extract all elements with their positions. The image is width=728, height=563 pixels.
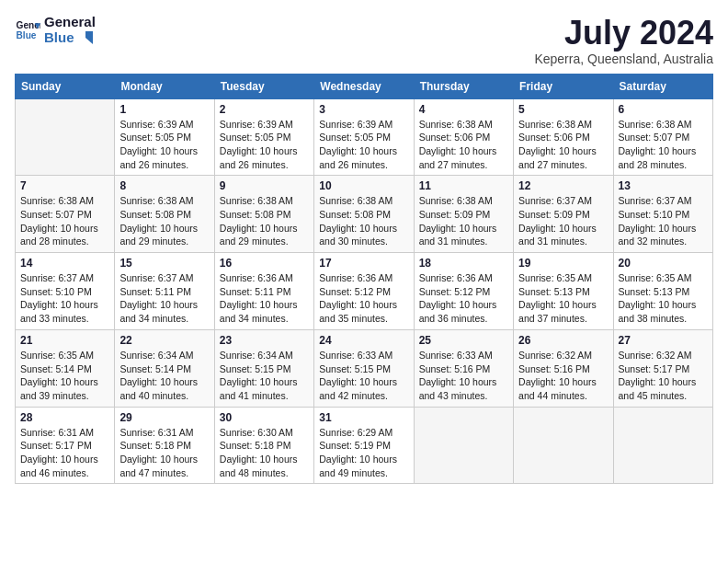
calendar-cell: 21Sunrise: 6:35 AM Sunset: 5:14 PM Dayli… <box>16 329 115 407</box>
day-number: 29 <box>119 411 209 424</box>
page-header: General Blue General Blue July 2024 Kepe… <box>15 15 713 66</box>
calendar-cell: 8Sunrise: 6:38 AM Sunset: 5:08 PM Daylig… <box>115 176 214 253</box>
day-info: Sunrise: 6:36 AM Sunset: 5:11 PM Dayligh… <box>220 271 309 326</box>
day-number: 18 <box>419 257 508 270</box>
day-info: Sunrise: 6:30 AM Sunset: 5:18 PM Dayligh… <box>220 426 309 480</box>
day-info: Sunrise: 6:35 AM Sunset: 5:14 PM Dayligh… <box>20 349 109 403</box>
day-number: 1 <box>119 103 209 116</box>
day-info: Sunrise: 6:39 AM Sunset: 5:05 PM Dayligh… <box>220 118 309 172</box>
week-row-5: 28Sunrise: 6:31 AM Sunset: 5:17 PM Dayli… <box>16 407 713 484</box>
calendar-cell: 1Sunrise: 6:39 AM Sunset: 5:05 PM Daylig… <box>115 98 214 176</box>
day-info: Sunrise: 6:38 AM Sunset: 5:06 PM Dayligh… <box>419 118 508 172</box>
day-info: Sunrise: 6:38 AM Sunset: 5:09 PM Dayligh… <box>419 194 508 248</box>
weekday-header-thursday: Thursday <box>414 74 513 98</box>
day-number: 6 <box>619 103 708 116</box>
calendar-cell: 20Sunrise: 6:35 AM Sunset: 5:13 PM Dayli… <box>613 253 712 330</box>
day-number: 27 <box>619 334 708 347</box>
day-info: Sunrise: 6:35 AM Sunset: 5:13 PM Dayligh… <box>619 271 708 326</box>
weekday-header-friday: Friday <box>514 74 613 98</box>
day-info: Sunrise: 6:34 AM Sunset: 5:14 PM Dayligh… <box>119 349 209 403</box>
logo: General Blue General Blue <box>15 15 96 45</box>
day-info: Sunrise: 6:37 AM Sunset: 5:09 PM Dayligh… <box>518 194 608 248</box>
day-info: Sunrise: 6:33 AM Sunset: 5:15 PM Dayligh… <box>319 349 408 403</box>
calendar-cell: 28Sunrise: 6:31 AM Sunset: 5:17 PM Dayli… <box>16 407 115 484</box>
day-number: 7 <box>20 179 109 192</box>
calendar-cell: 19Sunrise: 6:35 AM Sunset: 5:13 PM Dayli… <box>514 253 613 330</box>
day-number: 28 <box>20 411 109 424</box>
calendar-cell: 23Sunrise: 6:34 AM Sunset: 5:15 PM Dayli… <box>214 329 313 407</box>
day-info: Sunrise: 6:36 AM Sunset: 5:12 PM Dayligh… <box>419 271 508 326</box>
day-info: Sunrise: 6:35 AM Sunset: 5:13 PM Dayligh… <box>518 271 608 326</box>
calendar-cell: 11Sunrise: 6:38 AM Sunset: 5:09 PM Dayli… <box>414 176 513 253</box>
calendar-cell: 29Sunrise: 6:31 AM Sunset: 5:18 PM Dayli… <box>115 407 214 484</box>
day-number: 26 <box>518 334 608 347</box>
calendar-cell: 10Sunrise: 6:38 AM Sunset: 5:08 PM Dayli… <box>314 176 414 253</box>
day-info: Sunrise: 6:36 AM Sunset: 5:12 PM Dayligh… <box>319 271 408 326</box>
week-row-2: 7Sunrise: 6:38 AM Sunset: 5:07 PM Daylig… <box>16 176 713 253</box>
day-info: Sunrise: 6:32 AM Sunset: 5:16 PM Dayligh… <box>518 349 608 403</box>
calendar-cell: 31Sunrise: 6:29 AM Sunset: 5:19 PM Dayli… <box>314 407 414 484</box>
calendar-cell <box>16 98 115 176</box>
calendar-cell: 15Sunrise: 6:37 AM Sunset: 5:11 PM Dayli… <box>115 253 214 330</box>
weekday-header-monday: Monday <box>115 74 214 98</box>
day-number: 2 <box>220 103 309 116</box>
day-info: Sunrise: 6:34 AM Sunset: 5:15 PM Dayligh… <box>220 349 309 403</box>
calendar-cell: 27Sunrise: 6:32 AM Sunset: 5:17 PM Dayli… <box>613 329 712 407</box>
day-info: Sunrise: 6:37 AM Sunset: 5:10 PM Dayligh… <box>20 271 109 326</box>
day-number: 9 <box>220 179 309 192</box>
day-number: 8 <box>119 179 209 192</box>
day-info: Sunrise: 6:38 AM Sunset: 5:07 PM Dayligh… <box>619 118 708 172</box>
day-number: 22 <box>119 334 209 347</box>
calendar-cell: 22Sunrise: 6:34 AM Sunset: 5:14 PM Dayli… <box>115 329 214 407</box>
day-number: 24 <box>319 334 408 347</box>
day-number: 20 <box>619 257 708 270</box>
weekday-header-sunday: Sunday <box>16 74 115 98</box>
svg-marker-3 <box>85 31 93 44</box>
calendar-cell <box>414 407 513 484</box>
weekday-header-tuesday: Tuesday <box>214 74 313 98</box>
weekday-header-saturday: Saturday <box>613 74 712 98</box>
calendar-cell: 12Sunrise: 6:37 AM Sunset: 5:09 PM Dayli… <box>514 176 613 253</box>
day-number: 21 <box>20 334 109 347</box>
day-info: Sunrise: 6:38 AM Sunset: 5:08 PM Dayligh… <box>319 194 408 248</box>
calendar-cell: 5Sunrise: 6:38 AM Sunset: 5:06 PM Daylig… <box>514 98 613 176</box>
calendar-cell <box>613 407 712 484</box>
day-info: Sunrise: 6:37 AM Sunset: 5:11 PM Dayligh… <box>119 271 209 326</box>
calendar-cell: 4Sunrise: 6:38 AM Sunset: 5:06 PM Daylig… <box>414 98 513 176</box>
day-number: 15 <box>119 257 209 270</box>
day-number: 16 <box>220 257 309 270</box>
calendar-cell: 26Sunrise: 6:32 AM Sunset: 5:16 PM Dayli… <box>514 329 613 407</box>
day-number: 11 <box>419 179 508 192</box>
day-number: 19 <box>518 257 608 270</box>
calendar-cell: 24Sunrise: 6:33 AM Sunset: 5:15 PM Dayli… <box>314 329 414 407</box>
calendar-cell: 9Sunrise: 6:38 AM Sunset: 5:08 PM Daylig… <box>214 176 313 253</box>
day-info: Sunrise: 6:39 AM Sunset: 5:05 PM Dayligh… <box>119 118 209 172</box>
svg-text:Blue: Blue <box>17 30 37 40</box>
day-number: 30 <box>220 411 309 424</box>
month-title: July 2024 <box>534 15 713 52</box>
day-info: Sunrise: 6:32 AM Sunset: 5:17 PM Dayligh… <box>619 349 708 403</box>
calendar-cell: 18Sunrise: 6:36 AM Sunset: 5:12 PM Dayli… <box>414 253 513 330</box>
logo-general: General <box>44 15 96 30</box>
calendar-cell <box>514 407 613 484</box>
location-subtitle: Keperra, Queensland, Australia <box>534 52 713 66</box>
day-number: 23 <box>220 334 309 347</box>
logo-blue: Blue <box>44 30 96 46</box>
day-info: Sunrise: 6:33 AM Sunset: 5:16 PM Dayligh… <box>419 349 508 403</box>
day-info: Sunrise: 6:31 AM Sunset: 5:18 PM Dayligh… <box>119 426 209 480</box>
calendar-cell: 6Sunrise: 6:38 AM Sunset: 5:07 PM Daylig… <box>613 98 712 176</box>
day-number: 14 <box>20 257 109 270</box>
calendar-cell: 14Sunrise: 6:37 AM Sunset: 5:10 PM Dayli… <box>16 253 115 330</box>
calendar-cell: 13Sunrise: 6:37 AM Sunset: 5:10 PM Dayli… <box>613 176 712 253</box>
calendar-cell: 30Sunrise: 6:30 AM Sunset: 5:18 PM Dayli… <box>214 407 313 484</box>
day-number: 31 <box>319 411 408 424</box>
week-row-1: 1Sunrise: 6:39 AM Sunset: 5:05 PM Daylig… <box>16 98 713 176</box>
day-info: Sunrise: 6:31 AM Sunset: 5:17 PM Dayligh… <box>20 426 109 480</box>
day-info: Sunrise: 6:38 AM Sunset: 5:08 PM Dayligh… <box>220 194 309 248</box>
day-number: 17 <box>319 257 408 270</box>
day-number: 4 <box>419 103 508 116</box>
day-info: Sunrise: 6:38 AM Sunset: 5:06 PM Dayligh… <box>518 118 608 172</box>
day-number: 5 <box>518 103 608 116</box>
calendar-table: SundayMondayTuesdayWednesdayThursdayFrid… <box>15 74 713 485</box>
day-info: Sunrise: 6:37 AM Sunset: 5:10 PM Dayligh… <box>619 194 708 248</box>
